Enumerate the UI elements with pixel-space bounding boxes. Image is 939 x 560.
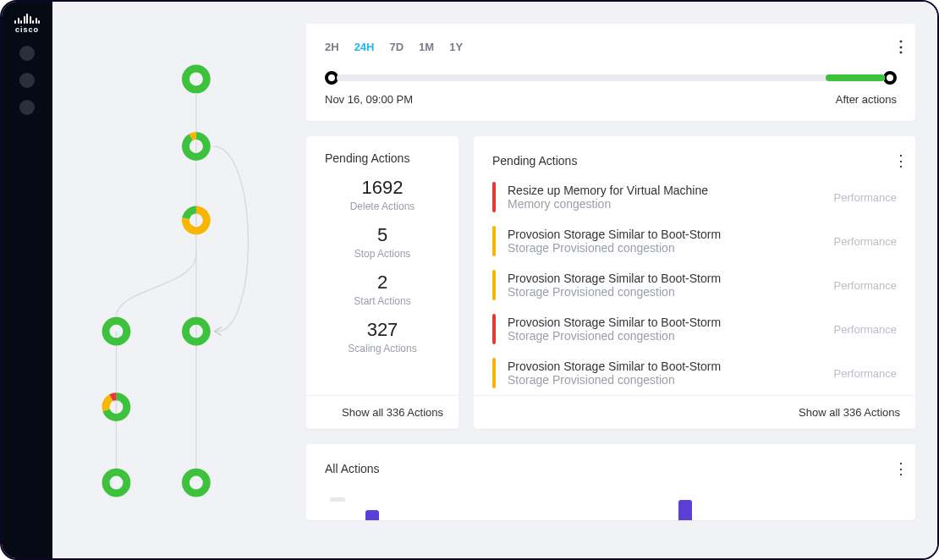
card-title: Pending Actions	[306, 151, 459, 165]
action-category: Performance	[834, 191, 897, 204]
severity-indicator	[492, 226, 496, 256]
action-category: Performance	[834, 279, 897, 292]
time-tab-7d[interactable]: 7D	[389, 41, 404, 53]
severity-indicator	[492, 182, 496, 212]
action-subtitle: Storage Provisioned congestion	[508, 285, 822, 299]
time-tab-24h[interactable]: 24H	[354, 41, 375, 53]
pending-stat: 1692Delete Actions	[306, 177, 459, 212]
time-tab-2h[interactable]: 2H	[325, 41, 339, 53]
action-title: Provosion Storage Similar to Boot-Storm	[508, 272, 822, 285]
pending-action-row[interactable]: Provosion Storage Similar to Boot-StormS…	[474, 307, 915, 351]
pending-action-row[interactable]: Provosion Storage Similar to Boot-StormS…	[474, 219, 915, 263]
svg-point-6	[185, 472, 206, 493]
time-tab-1y[interactable]: 1Y	[449, 41, 463, 53]
show-all-actions-link[interactable]: Show all 336 Actions	[474, 395, 915, 429]
stat-label: Start Actions	[306, 295, 459, 307]
action-title: Provosion Storage Similar to Boot-Storm	[508, 360, 822, 373]
action-text: Provosion Storage Similar to Boot-StormS…	[508, 272, 822, 299]
pending-stat: 2Start Actions	[306, 272, 459, 307]
action-title: Provosion Storage Similar to Boot-Storm	[508, 316, 822, 329]
time-range-card: 2H24H7D1M1Y Nov 16, 09:00 PM After actio…	[306, 24, 915, 121]
action-category: Performance	[834, 235, 897, 248]
stat-value: 2	[306, 272, 459, 294]
stat-label: Stop Actions	[306, 248, 459, 260]
card-title: Pending Actions	[492, 154, 577, 167]
action-title: Resize up Memory for Virtual Machine	[508, 184, 822, 197]
svg-point-5	[106, 472, 127, 493]
action-category: Performance	[834, 367, 897, 380]
slider-track[interactable]	[337, 74, 885, 81]
pending-actions-summary-card: Pending Actions 1692Delete Actions5Stop …	[306, 136, 459, 429]
tree-node[interactable]	[185, 69, 206, 90]
svg-point-2	[185, 69, 206, 90]
pending-action-row[interactable]: Provosion Storage Similar to Boot-StormS…	[474, 263, 915, 307]
stat-value: 5	[306, 224, 459, 246]
pending-action-row[interactable]: Resize up Memory for Virtual MachineMemo…	[474, 175, 915, 219]
pending-stat: 327Scaling Actions	[306, 319, 459, 354]
action-text: Resize up Memory for Virtual MachineMemo…	[508, 184, 822, 211]
stat-value: 1692	[306, 177, 459, 199]
more-icon[interactable]	[893, 151, 897, 170]
slider-end-label: After actions	[836, 93, 897, 106]
more-icon[interactable]	[893, 459, 897, 478]
nav-item-1[interactable]	[19, 46, 35, 61]
action-subtitle: Storage Provisioned congestion	[508, 373, 822, 387]
stat-value: 327	[306, 319, 459, 341]
action-subtitle: Storage Provisioned congestion	[508, 329, 822, 343]
logo-text: cisco	[15, 25, 39, 34]
all-actions-card: All Actions	[306, 444, 915, 520]
all-actions-chart	[325, 485, 897, 520]
pending-actions-list-card: Pending Actions Resize up Memory for Vir…	[474, 136, 915, 429]
slider-handle-end[interactable]	[883, 71, 897, 85]
action-text: Provosion Storage Similar to Boot-StormS…	[508, 228, 822, 255]
severity-indicator	[492, 270, 496, 300]
slider-start-label: Nov 16, 09:00 PM	[325, 93, 413, 106]
tree-node[interactable]	[185, 472, 206, 493]
time-tab-1m[interactable]: 1M	[419, 41, 434, 53]
sidebar: cisco	[2, 2, 52, 558]
severity-indicator	[492, 358, 496, 388]
supply-chain-tree	[52, 2, 306, 558]
nav-item-2[interactable]	[19, 73, 35, 88]
show-all-actions-link[interactable]: Show all 336 Actions	[306, 395, 459, 429]
nav-item-3[interactable]	[19, 100, 35, 115]
stat-label: Delete Actions	[306, 200, 459, 212]
cisco-logo: cisco	[14, 14, 40, 34]
action-subtitle: Storage Provisioned congestion	[508, 241, 822, 255]
action-text: Provosion Storage Similar to Boot-StormS…	[508, 360, 822, 387]
time-range-tabs: 2H24H7D1M1Y	[325, 37, 897, 56]
slider-fill	[826, 74, 885, 81]
stat-label: Scaling Actions	[306, 343, 459, 354]
severity-indicator	[492, 314, 496, 344]
action-category: Performance	[834, 323, 897, 336]
card-title: All Actions	[325, 462, 380, 475]
tree-node[interactable]	[106, 472, 127, 493]
pending-action-row[interactable]: Provosion Storage Similar to Boot-StormS…	[474, 351, 915, 395]
pending-stat: 5Stop Actions	[306, 224, 459, 260]
more-icon[interactable]	[893, 37, 897, 56]
time-slider[interactable]	[325, 71, 897, 85]
action-subtitle: Memory congestion	[508, 197, 822, 211]
action-text: Provosion Storage Similar to Boot-StormS…	[508, 316, 822, 343]
action-title: Provosion Storage Similar to Boot-Storm	[508, 228, 822, 241]
